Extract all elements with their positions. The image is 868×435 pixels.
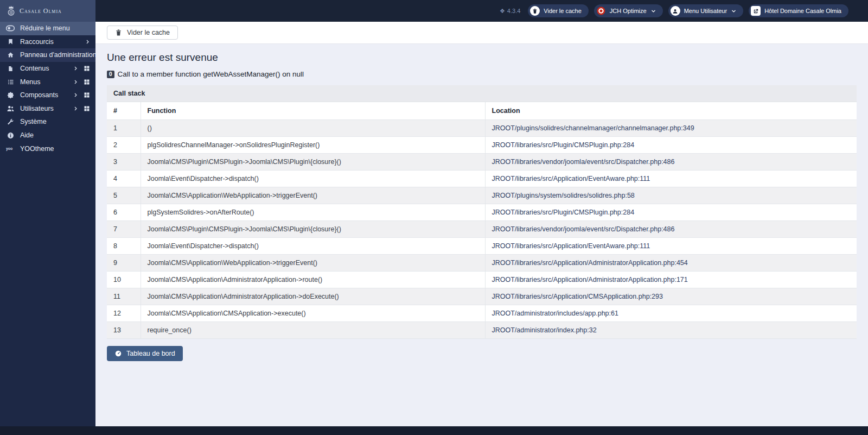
callstack-cell-location: JROOT/libraries/src/Application/EventAwa… [485, 238, 857, 255]
crest-icon [7, 5, 16, 17]
grid-icon[interactable] [84, 79, 90, 85]
callstack-row: 3Joomla\CMS\Plugin\CMSPlugin->Joomla\CMS… [107, 154, 857, 171]
callstack-row: 10Joomla\CMS\Application\AdministratorAp… [107, 272, 857, 288]
sidebar-item-content[interactable]: Contenus [0, 62, 95, 75]
topbar-button-jch-optimize[interactable]: JCH Optimize [594, 4, 663, 17]
callstack-cell-location: JROOT/plugins/system/solidres/solidres.p… [485, 187, 857, 204]
sidebar: Casale Olmia Réduire le menuRaccourcisPa… [0, 0, 95, 426]
grid-icon[interactable] [84, 105, 90, 112]
callstack-cell-number: 11 [107, 288, 141, 305]
callstack-row: 12Joomla\CMS\Application\CMSApplication-… [107, 305, 857, 322]
callstack-cell-function: Joomla\CMS\Plugin\CMSPlugin->Joomla\CMS\… [141, 154, 485, 171]
chevron-down-icon [651, 9, 656, 14]
chevron-right-icon [73, 66, 78, 71]
clear-cache-button[interactable]: Vider le cache [107, 26, 178, 40]
callstack-cell-number: 8 [107, 238, 141, 255]
grid-icon[interactable] [84, 92, 90, 98]
dashboard-button[interactable]: Tableau de bord [107, 346, 183, 361]
callstack-cell-number: 13 [107, 322, 141, 339]
callstack-row: 11Joomla\CMS\Application\AdministratorAp… [107, 288, 857, 305]
sidebar-item-label: Panneau d'administration [20, 51, 97, 59]
sidebar-item-label: Système [20, 118, 90, 125]
trash-icon [115, 29, 122, 36]
sidebar-item-label: Aide [20, 131, 90, 139]
callstack-row: 13require_once()JROOT/administrator/inde… [107, 322, 857, 339]
chevron-right-icon [73, 106, 78, 111]
list-icon [6, 79, 15, 85]
callstack-cell-location: JROOT/libraries/src/Application/CMSAppli… [485, 288, 857, 305]
chevron-right-icon [73, 92, 78, 98]
callstack-row: 8Joomla\Event\Dispatcher->dispatch()JROO… [107, 238, 857, 255]
callstack-cell-number: 3 [107, 154, 141, 171]
callstack-cell-location: JROOT/administrator/index.php:32 [485, 322, 857, 339]
toggle-icon [6, 25, 15, 31]
dashboard-icon [114, 350, 122, 357]
callstack-cell-number: 12 [107, 305, 141, 322]
callstack-cell-location: JROOT/libraries/vendor/joomla/event/src/… [485, 154, 857, 171]
error-code-badge: 0 [107, 71, 114, 78]
callstack-cell-function: Joomla\CMS\Application\WebApplication->t… [141, 187, 485, 204]
callstack-cell-function: Joomla\Event\Dispatcher->dispatch() [141, 238, 485, 255]
sidebar-item-label: YOOtheme [20, 145, 90, 153]
sidebar-item-menus[interactable]: Menus [0, 75, 95, 89]
sidebar-item-components[interactable]: Composants [0, 89, 95, 102]
callstack-cell-function: require_once() [141, 322, 485, 339]
topbar-button-label: Menu Utilisateur [684, 8, 727, 14]
callstack-cell-function: () [141, 120, 485, 137]
clear-cache-label: Vider le cache [127, 29, 170, 36]
wrench-icon [6, 118, 15, 125]
grid-icon[interactable] [84, 65, 90, 72]
callstack-column-header: Function [141, 102, 485, 120]
callstack-row: 1()JROOT/plugins/solidres/channelmanager… [107, 120, 857, 137]
topbar-button-site-preview[interactable]: Hôtel Domaine Casale Olmia [749, 4, 848, 17]
chevron-right-icon [85, 39, 90, 45]
external-link-icon [751, 6, 761, 16]
sidebar-item-yootheme[interactable]: yooYOOtheme [0, 142, 95, 155]
sidebar-item-shortcuts[interactable]: Raccourcis [0, 35, 95, 49]
home-icon [6, 52, 15, 58]
callstack-caption: Call stack [107, 85, 857, 102]
callstack-cell-location: JROOT/libraries/src/Application/EventAwa… [485, 171, 857, 187]
user-icon [671, 6, 680, 16]
callstack-cell-number: 4 [107, 171, 141, 187]
sidebar-nav: Réduire le menuRaccourcisPanneau d'admin… [0, 22, 95, 155]
topbar-button-label: JCH Optimize [610, 8, 647, 14]
chevron-right-icon [73, 79, 78, 85]
callstack-cell-location: JROOT/libraries/src/Plugin/CMSPlugin.php… [485, 137, 857, 154]
yoo-icon: yoo [6, 146, 15, 152]
error-message-line: 0 Call to a member function getWebAssetM… [107, 70, 857, 78]
callstack-cell-location: JROOT/libraries/src/Plugin/CMSPlugin.php… [485, 204, 857, 221]
callstack-header-row: #FunctionLocation [107, 102, 857, 120]
callstack-cell-number: 2 [107, 137, 141, 154]
sidebar-item-admin-panel[interactable]: Panneau d'administration [0, 48, 95, 62]
callstack-cell-number: 10 [107, 272, 141, 288]
brand-logo[interactable]: Casale Olmia [0, 0, 95, 22]
error-message: Call to a member function getWebAssetMan… [118, 70, 304, 78]
sidebar-item-users[interactable]: Utilisateurs [0, 102, 95, 116]
callstack-table: Call stack #FunctionLocation 1()JROOT/pl… [107, 85, 857, 339]
file-icon [6, 65, 15, 72]
sidebar-item-label: Composants [20, 91, 68, 99]
callstack-column-header: Location [485, 102, 857, 120]
topbar-button-user-menu[interactable]: Menu Utilisateur [668, 4, 743, 17]
topbar-button-clear-cache[interactable]: Vider le cache [528, 4, 589, 17]
callstack-cell-number: 6 [107, 204, 141, 221]
page-title: Une erreur est survenue [107, 52, 857, 64]
callstack-cell-location: JROOT/libraries/src/Application/Administ… [485, 255, 857, 272]
sidebar-item-system[interactable]: Système [0, 115, 95, 129]
callstack-cell-number: 9 [107, 255, 141, 272]
sidebar-item-help[interactable]: Aide [0, 129, 95, 142]
record-icon [596, 6, 606, 16]
main-column: ❖ 4.3.4 Vider le cacheJCH OptimizeMenu U… [95, 0, 868, 426]
brand-name: Casale Olmia [20, 7, 62, 15]
info-icon [6, 132, 15, 139]
topbar-button-label: Vider le cache [544, 8, 582, 14]
topbar-buttons: Vider le cacheJCH OptimizeMenu Utilisate… [528, 4, 848, 17]
sidebar-item-label: Raccourcis [20, 38, 80, 46]
sidebar-item-reduce-menu[interactable]: Réduire le menu [0, 22, 95, 35]
chevron-down-icon [731, 9, 736, 14]
callstack-cell-number: 7 [107, 221, 141, 238]
error-page: Une erreur est survenue 0 Call to a memb… [95, 44, 868, 426]
callstack-cell-number: 1 [107, 120, 141, 137]
callstack-column-header: # [107, 102, 141, 120]
